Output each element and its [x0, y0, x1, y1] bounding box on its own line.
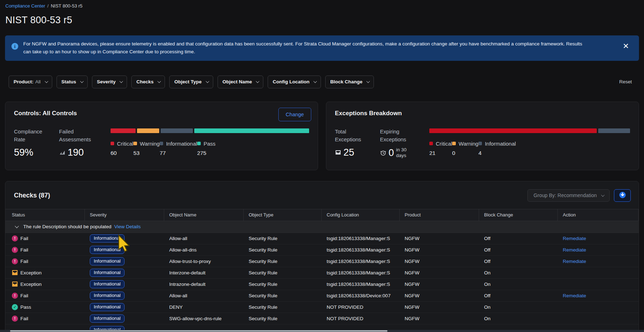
config-location-cell: tsgid:1820613338/Manager:S	[322, 270, 400, 275]
view-details-link[interactable]: View Details	[114, 224, 141, 229]
severity-cell: Informational	[85, 280, 164, 288]
filter-dropdown[interactable]: Object Name	[218, 75, 264, 88]
status-label: Fail	[20, 316, 28, 321]
legend-name: Critical	[117, 141, 133, 147]
bar-segment-critical	[429, 128, 597, 133]
expiring-exceptions-stat: Expiring Exceptions 0 in 30 days	[380, 128, 420, 159]
table-row[interactable]: ! ✓ Fail Informational Allow-all Securit…	[5, 290, 639, 302]
page-title: NIST 800-53 r5	[5, 15, 644, 26]
remediate-link[interactable]: Remediate	[563, 293, 586, 298]
column-header[interactable]: Config Location	[322, 209, 400, 221]
filter-dropdown[interactable]: Severity	[92, 75, 127, 88]
table-row[interactable]: ! ✓ Exception Informational Intrazone-de…	[5, 279, 639, 290]
table-row[interactable]: ! ✓ Fail Informational Allow-all Securit…	[5, 233, 639, 244]
legend-value: 77	[160, 150, 197, 156]
filter-label: Product:	[14, 79, 34, 84]
exception-icon	[12, 270, 18, 276]
remediate-link[interactable]: Remediate	[563, 236, 586, 241]
breadcrumb-compliance-center-link[interactable]: Compliance Center	[5, 3, 45, 9]
remediate-link[interactable]: Remediate	[563, 259, 586, 264]
legend-value: 4	[478, 150, 516, 156]
filter-dropdown[interactable]: Checks	[131, 75, 165, 88]
chevron-down-icon	[44, 79, 48, 83]
filter-label: Severity	[97, 79, 116, 84]
close-icon[interactable]: ✕	[623, 42, 629, 50]
block-change-cell: On	[479, 316, 558, 321]
column-header[interactable]: Object Type	[244, 209, 322, 221]
severity-badge: Informational	[90, 257, 125, 265]
exceptions-stacked-bar	[429, 128, 630, 133]
status-label: Fail	[20, 293, 28, 298]
filter-label: Checks	[136, 79, 153, 84]
block-change-cell: On	[479, 270, 558, 275]
filter-dropdown[interactable]: Object Type	[169, 75, 213, 88]
compliance-rate-label: Compliance Rate	[14, 128, 50, 144]
column-header[interactable]: Block Change	[479, 209, 558, 221]
reset-filters-button[interactable]: Reset	[619, 79, 632, 84]
column-header[interactable]: Product	[400, 209, 479, 221]
filter-bar: Product: All Status Severity Checks	[9, 75, 632, 88]
chevron-down-icon	[119, 79, 123, 83]
remediate-link[interactable]: Remediate	[563, 247, 586, 253]
filter-dropdown[interactable]: Status	[57, 75, 88, 88]
block-change-cell: Off	[479, 259, 558, 264]
controls-stacked-bar	[111, 128, 309, 133]
exception-icon	[12, 281, 18, 287]
group-by-dropdown[interactable]: Group By: Recommendation	[527, 189, 610, 202]
severity-cell: Informational	[85, 303, 164, 311]
export-button[interactable]	[614, 189, 631, 202]
severity-badge: Informational	[90, 246, 125, 254]
status-cell: ! ✓ Fail	[5, 293, 85, 299]
compliance-rate-stat: Compliance Rate 59%	[14, 128, 50, 158]
total-exceptions-value: 25	[335, 147, 371, 158]
legend-item: Pass 275	[197, 141, 215, 156]
column-header[interactable]: Severity	[85, 209, 164, 221]
product-cell: NGFW	[400, 270, 479, 275]
object-name-cell: Allow-all	[164, 293, 244, 298]
download-icon	[619, 191, 626, 200]
table-row[interactable]: ! ✓ Fail Informational Allow-all-dns Sec…	[5, 244, 639, 256]
table-row[interactable]: ! ✓ Fail Informational SWG-allow-vpc-dns…	[5, 313, 639, 324]
horizontal-scrollbar-thumb[interactable]	[10, 330, 387, 332]
failed-assessments-stat: Failed Assessments 190	[59, 128, 101, 158]
filter-label: Config Location	[273, 79, 309, 84]
change-controls-button[interactable]: Change	[278, 108, 311, 121]
status-label: Exception	[20, 270, 42, 275]
severity-cell: Informational	[85, 269, 164, 277]
block-change-cell: Off	[479, 236, 558, 241]
column-header[interactable]: Status	[5, 209, 85, 221]
fail-icon: !	[12, 247, 18, 253]
bar-segment-informational	[161, 128, 193, 133]
filter-dropdown[interactable]: Config Location	[268, 75, 321, 88]
object-name-cell: DENY	[164, 304, 244, 310]
object-type-cell: Security Rule	[244, 316, 322, 321]
breadcrumb: Compliance Center/NIST 800-53 r5	[0, 0, 644, 9]
status-cell: ! ✓ Fail	[5, 235, 85, 241]
filter-dropdown[interactable]: Product: All	[9, 75, 52, 88]
total-exceptions-label: Total Exceptions	[335, 128, 371, 144]
recommendation-text: The rule Description should be populated	[23, 224, 111, 229]
table-row[interactable]: ! ✓ Fail Informational Allow-trust-to-pr…	[5, 256, 639, 267]
controls-card-title: Controls: All Controls	[14, 110, 309, 117]
recommendation-group-row[interactable]: The rule Description should be populated…	[5, 221, 639, 233]
column-header[interactable]: Object Name	[164, 209, 244, 221]
failed-assessments-label: Failed Assessments	[59, 128, 101, 144]
legend-name: Warning	[459, 141, 478, 147]
filter-dropdown[interactable]: Block Change	[325, 75, 374, 88]
table-row[interactable]: ! ✓ Exception Informational Interzone-de…	[5, 267, 639, 279]
table-row[interactable]: ! ✓ Pass Informational DENY Security Rul…	[5, 302, 639, 313]
chevron-down-icon	[366, 79, 370, 83]
product-cell: NGFW	[400, 247, 479, 253]
legend-value: 53	[133, 150, 160, 156]
product-cell: NGFW	[400, 304, 479, 310]
severity-cell: Informational	[85, 234, 164, 243]
severity-badge: Informational	[90, 234, 125, 243]
severity-badge: Informational	[90, 303, 125, 311]
exceptions-breakdown-chart: Critical 21 Warning 0 Informational	[429, 128, 630, 159]
info-icon: i	[11, 43, 18, 50]
config-location-cell: tsgid:1820613338/Manager:S	[322, 236, 400, 241]
column-header[interactable]: Action	[558, 209, 639, 221]
alarm-clock-icon	[380, 150, 386, 156]
legend-swatch	[429, 142, 433, 145]
chevron-collapse-icon[interactable]	[15, 224, 19, 228]
